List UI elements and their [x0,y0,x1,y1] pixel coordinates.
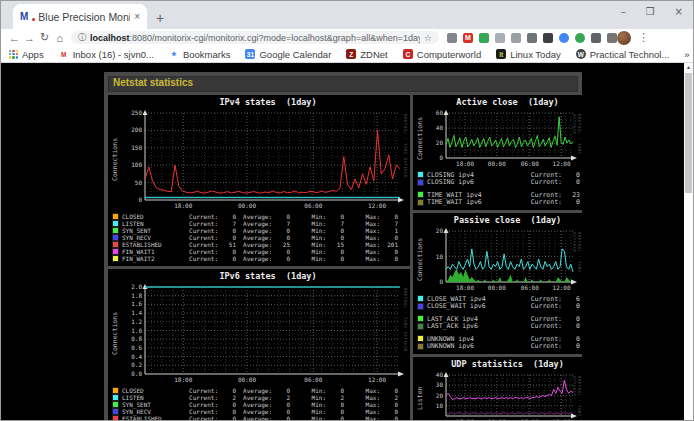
legend-stat-label: Max: [348,248,380,255]
svg-text:00:00: 00:00 [238,202,256,209]
address-bar[interactable]: ⓘ localhost:8080/monitorix-cgi/monitorix… [71,31,439,44]
bookmark-item[interactable]: ltLinux Today [496,49,561,60]
browser-titlebar: M Blue Precision Monitorix × + – ❒ × [1,1,693,29]
bookmark-item[interactable]: ★Bookmarks [169,49,231,60]
tab-close-icon[interactable]: × [134,11,140,22]
muted-tab-extension-icon[interactable] [511,33,521,43]
legend-stat-value: 7 [326,220,344,227]
bookmark-item[interactable]: » [684,49,689,60]
legend-color-swatch [113,228,118,233]
legend-row: LISTENCurrent:2Average:2Min:2Max:2 [113,394,408,401]
y-axis-label: Connections [415,108,424,168]
chart-panel-ipv4-states[interactable]: IPv4 states (1day)Connections05010015020… [108,95,410,266]
legend-stat-label: Current: [186,408,218,415]
forward-icon[interactable]: → [22,32,37,44]
chart-plot[interactable]: 05010015020025018:0000:0006:0012:00 [119,108,408,210]
legend-stat-label: Max: [348,241,380,248]
legend-stat-label: Min: [294,234,326,241]
svg-text:1.2: 1.2 [131,318,142,325]
new-tab-button[interactable]: + [147,10,173,26]
legend-stat-value: 0 [562,198,580,206]
browser-window: { "browser": { "tab": {"title": "Blue Pr… [0,0,694,421]
legend-stat-value: 0 [326,415,344,421]
legend-color-swatch [418,172,423,177]
legend-series-name: ESTABLISHED [122,241,186,248]
bookmark-item[interactable]: ZZDNet [346,49,387,60]
chart-plot[interactable]: 1020304018:0000:0006:0012:00 [424,370,582,421]
chart-panel-udp-statistics[interactable]: UDP statistics (1day)Listen1020304018:00… [413,357,582,421]
bookmark-item[interactable]: MInbox (16) - sjvn0... [59,49,154,60]
legend-stat-label: Average: [240,255,272,262]
rrdtool-watermark: RRDTOOL / TOBI OETIKER [572,232,582,292]
info-icon[interactable]: ⓘ [78,32,86,43]
legend-stat-label: Max: [348,408,380,415]
legend-stat-value: 0 [380,387,398,394]
browser-menu-icon[interactable]: ⋮ [638,31,649,44]
profile-avatar[interactable] [617,31,631,45]
legend-stat-value: 0 [272,234,290,241]
chart-plot[interactable]: 0102018:0000:0006:0012:00 [424,226,582,292]
home-icon[interactable]: ⌂ [52,32,67,44]
legend-color-swatch [418,296,423,301]
legend-row: ESTABLISHEDCurrent:0Average:0Min:0Max:0 [113,415,408,421]
search-extension-icon[interactable] [447,33,457,43]
reload-icon[interactable]: ↻ [37,31,52,44]
legend-series-name: SYN_RECV [122,408,186,415]
back-icon[interactable]: ← [7,32,22,44]
bookmark-label: Practical Technol... [590,49,670,60]
scrollbar-up-icon[interactable]: ▲ [684,63,693,72]
bookmark-item[interactable]: Apps [9,49,44,60]
bookmark-label: Linux Today [510,49,561,60]
chart-plot[interactable]: 020406018:0000:0006:0012:00 [424,108,582,168]
window-maximize-button[interactable]: ❒ [646,6,655,17]
chart-title: Active close (1day) [415,97,582,108]
pin-extension-icon[interactable] [591,33,601,43]
svg-text:1.0: 1.0 [131,327,142,334]
legend-series-name: TIME_WAIT ipv6 [427,198,522,206]
legend-series-name: CLOSED [122,387,186,394]
legend-stat-value: 0 [380,255,398,262]
window-close-button[interactable]: × [675,6,683,17]
legend-stat-label: Min: [294,387,326,394]
bookmark-item[interactable]: 31Google Calendar [245,49,331,60]
legend-stat-label: Current: [186,234,218,241]
legend-series-name: ESTABLISHED [122,415,186,421]
green-circle-extension-icon[interactable] [575,33,585,43]
chart-panel-active-close[interactable]: Active close (1day)Connections020406018:… [413,95,582,210]
chart-plot[interactable]: 0.00.20.40.60.81.01.21.41.61.82.018:0000… [119,282,408,384]
bookmark-star-icon[interactable]: ☆ [424,33,432,43]
chat-extension-icon[interactable] [479,33,489,43]
svg-text:10: 10 [436,253,444,260]
bookmarks-bar: AppsMInbox (16) - sjvn0...★Bookmarks31Go… [1,46,693,63]
window-minimize-button[interactable]: – [621,6,626,17]
svg-text:12:00: 12:00 [553,160,571,167]
bookmark-item[interactable]: WPractical Technol... [576,49,670,60]
legend-stat-label: Average: [240,220,272,227]
wordpress-icon: W [576,49,586,59]
dark-square-extension-icon[interactable] [543,33,553,43]
svg-text:00:00: 00:00 [488,160,506,167]
blue-circle-extension-icon[interactable] [559,33,569,43]
svg-text:18:00: 18:00 [174,376,192,383]
svg-text:0.4: 0.4 [131,353,142,360]
legend-stat-value: 0 [218,401,236,408]
queue-list-extension-icon[interactable] [607,33,617,43]
legend-series-name: CLOSED [122,213,186,220]
legend-stat-value: 25 [272,241,290,248]
mail-extension-icon[interactable]: M [463,33,473,43]
legend-stat-value: 0 [218,408,236,415]
svg-text:12:00: 12:00 [368,376,386,383]
tab-title: Blue Precision Monitorix [38,11,130,23]
browser-tab[interactable]: M Blue Precision Monitorix × [13,4,147,29]
scrollbar-thumb[interactable] [685,73,692,193]
page-scrollbar[interactable]: ▲ [684,63,693,421]
svg-text:10: 10 [436,402,444,409]
pages-extension-icon[interactable] [495,33,505,43]
speaker-extension-icon[interactable] [527,33,537,43]
legend-color-swatch [418,344,423,349]
chart-panel-passive-close[interactable]: Passive close (1day)Connections0102018:0… [413,213,582,354]
bookmark-item[interactable]: CComputerworld [403,49,481,60]
legend-row: FIN_WAIT2Current:0Average:0Min:0Max:0 [113,255,408,262]
chart-panel-ipv6-states[interactable]: IPv6 states (1day)Connections0.00.20.40.… [108,269,410,421]
svg-text:250: 250 [131,109,142,116]
